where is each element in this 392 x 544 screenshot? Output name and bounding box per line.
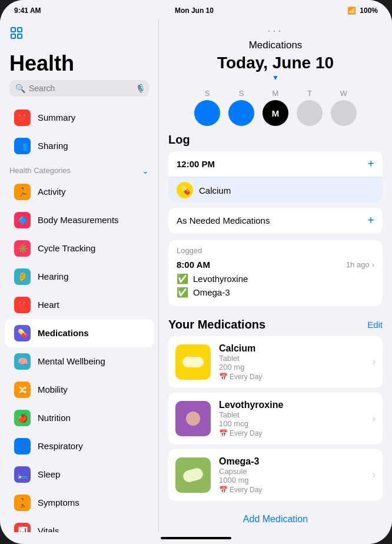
day-label-w: W — [340, 89, 347, 98]
levo-dose: 100 mcg — [219, 419, 364, 428]
sidebar-item-mental[interactable]: 🧠 Mental Wellbeing — [5, 347, 154, 376]
as-needed-row[interactable]: As Needed Medications + — [168, 208, 383, 233]
log-card-noon: 12:00 PM + 💊 Calcium — [168, 151, 383, 203]
mic-icon[interactable]: 🎙️ — [135, 84, 145, 93]
day-sunday1[interactable]: S — [191, 89, 224, 126]
day-wednesday[interactable]: W — [327, 89, 360, 126]
status-bar: 9:41 AM Mon Jun 10 📶 100% — [0, 0, 392, 19]
levo-info: Levothyroxine Tablet 100 mcg 📅 Every Day — [219, 400, 364, 437]
day-circle-s2 — [228, 100, 254, 126]
hearing-label: Hearing — [38, 271, 69, 281]
search-bar[interactable]: 🔍 🎙️ — [9, 80, 149, 97]
edit-meds-button[interactable]: Edit — [367, 320, 383, 330]
respiratory-icon: 👤 — [14, 438, 31, 455]
home-indicator — [0, 532, 392, 544]
wifi-icon: 📶 — [347, 6, 356, 15]
day-label-s2: S — [239, 89, 244, 98]
day-label-t: T — [307, 89, 312, 98]
omega-image — [175, 457, 211, 493]
hearing-icon: 👂 — [14, 268, 31, 285]
summary-label: Summary — [38, 112, 75, 122]
levo-card-name: Levothyroxine — [219, 400, 364, 410]
sidebar-item-cycle[interactable]: ✳️ Cycle Tracking — [5, 234, 154, 263]
omega-card-name: Omega-3 — [219, 456, 364, 467]
main-content: ··· Medications Today, June 10 ▼ S S M — [159, 19, 392, 532]
omega-chevron-icon: › — [373, 470, 376, 480]
log-section: Log 12:00 PM + 💊 Calcium As Needed Medic… — [159, 133, 392, 306]
search-icon: 🔍 — [15, 84, 25, 93]
omega-dose: 1000 mg — [219, 476, 364, 485]
sidebar-item-vitals[interactable]: 📊 Vitals — [5, 517, 154, 532]
search-input[interactable] — [29, 84, 132, 93]
day-label-m: M — [273, 89, 279, 98]
heart-icon: ❤️ — [14, 297, 31, 313]
device-frame: 9:41 AM Mon Jun 10 📶 100% Health — [0, 0, 392, 544]
activity-label: Activity — [38, 187, 66, 197]
today-letter: M — [272, 108, 280, 118]
sidebar-item-medications[interactable]: 💊 Medications — [5, 319, 154, 347]
sidebar-item-heart[interactable]: ❤️ Heart — [5, 291, 154, 319]
calcium-icon: 💊 — [177, 182, 193, 198]
med-card-levothyroxine[interactable]: Levothyroxine Tablet 100 mcg 📅 Every Day… — [168, 393, 383, 445]
as-needed-label: As Needed Medications — [177, 215, 270, 225]
logged-time-right: 1h ago › — [346, 260, 374, 269]
calcium-dose: 200 mg — [219, 363, 364, 371]
day-label-s1: S — [205, 89, 210, 98]
nutrition-icon: 🍎 — [14, 410, 31, 426]
body-icon: 🔷 — [14, 212, 31, 228]
logged-levothyroxine: ✅ Levothyroxine — [177, 273, 374, 284]
week-row: S S M M T W — [159, 87, 392, 133]
med-card-calcium[interactable]: Calcium Tablet 200 mg 📅 Every Day › — [168, 336, 383, 388]
logged-chevron-icon: › — [372, 260, 374, 269]
heart-label: Heart — [38, 300, 59, 310]
levo-freq: 📅 Every Day — [219, 429, 364, 437]
logged-title: Logged — [177, 246, 374, 255]
sidebar-item-respiratory[interactable]: 👤 Respiratory — [5, 432, 154, 460]
sidebar-item-mobility[interactable]: 🔀 Mobility — [5, 376, 154, 404]
date-heading: Today, June 10 — [168, 54, 383, 72]
sleep-icon: 🛏️ — [14, 466, 31, 483]
log-time-row-noon: 12:00 PM + — [168, 151, 383, 177]
logged-omega-name: Omega-3 — [193, 287, 230, 297]
symptoms-icon: 🚶 — [14, 495, 31, 511]
logged-time-row[interactable]: 8:00 AM 1h ago › — [177, 260, 374, 270]
sidebar-item-sharing[interactable]: 👥 Sharing — [5, 132, 154, 160]
day-monday[interactable]: M M — [259, 89, 292, 126]
levo-calendar-icon: 📅 — [219, 429, 228, 437]
check-omega-icon: ✅ — [177, 287, 188, 298]
logged-levo-name: Levothyroxine — [193, 274, 248, 284]
day-circle-w — [331, 100, 357, 126]
app-title: Health — [0, 49, 158, 80]
sidebar-item-nutrition[interactable]: 🍎 Nutrition — [5, 404, 154, 432]
status-time: 9:41 AM — [14, 6, 41, 15]
sidebar-item-body[interactable]: 🔷 Body Measurements — [5, 206, 154, 234]
add-as-needed-button[interactable]: + — [367, 214, 374, 227]
levo-image — [175, 401, 211, 436]
omega-info: Omega-3 Capsule 1000 mg 📅 Every Day — [219, 456, 364, 494]
sidebar-item-hearing[interactable]: 👂 Hearing — [5, 263, 154, 291]
day-sunday2[interactable]: S — [225, 89, 258, 126]
sidebar-item-sleep[interactable]: 🛏️ Sleep — [5, 460, 154, 489]
medications-icon: 💊 — [14, 325, 31, 341]
add-noon-log-button[interactable]: + — [367, 157, 374, 171]
mental-icon: 🧠 — [14, 353, 31, 370]
med-card-omega3[interactable]: Omega-3 Capsule 1000 mg 📅 Every Day › — [168, 449, 383, 501]
log-calcium-row[interactable]: 💊 Calcium — [168, 177, 383, 203]
more-dots[interactable]: ··· — [168, 25, 383, 37]
calcium-freq: 📅 Every Day — [219, 373, 364, 381]
home-bar — [161, 537, 231, 539]
categories-chevron-icon[interactable]: ⌄ — [142, 166, 149, 175]
svg-rect-1 — [11, 34, 15, 38]
calcium-form: Tablet — [219, 354, 364, 363]
log-time-noon: 12:00 PM — [177, 159, 215, 169]
log-title: Log — [168, 133, 383, 147]
sidebar-item-summary[interactable]: ❤️ Summary — [5, 104, 154, 132]
sidebar-item-activity[interactable]: 🏃 Activity — [5, 178, 154, 206]
sidebar-item-symptoms[interactable]: 🚶 Symptoms — [5, 489, 154, 517]
symptoms-label: Symptoms — [38, 497, 79, 507]
day-tuesday[interactable]: T — [293, 89, 326, 126]
cycle-label: Cycle Tracking — [38, 243, 95, 253]
sidebar-grid-icon[interactable] — [9, 26, 149, 42]
add-medication-button[interactable]: Add Medication — [159, 506, 392, 532]
logged-ago: 1h ago — [346, 260, 370, 269]
